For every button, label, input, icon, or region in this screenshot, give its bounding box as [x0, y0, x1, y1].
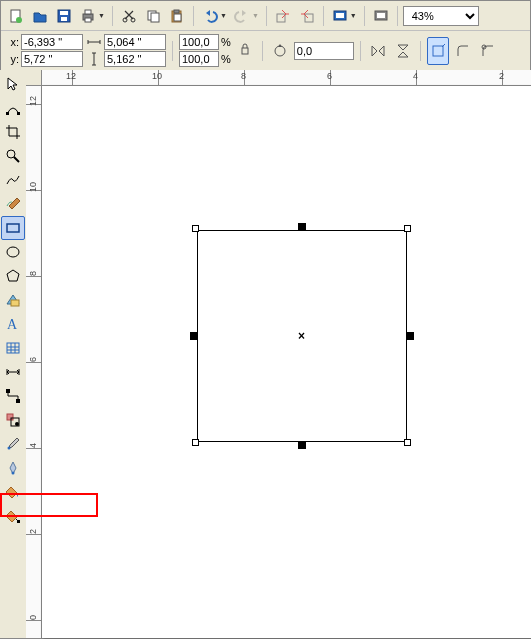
scallop-corner-button[interactable] [477, 37, 499, 65]
separator [397, 6, 398, 26]
freehand-tool[interactable] [1, 168, 25, 192]
import-button[interactable] [272, 5, 294, 27]
lock-ratio-button[interactable] [234, 37, 256, 65]
ruler-tick-label: 2 [499, 71, 504, 81]
rectangle-tool[interactable] [1, 216, 25, 240]
handle-n[interactable] [298, 223, 306, 231]
handle-nw[interactable] [192, 225, 199, 232]
svg-rect-16 [305, 14, 313, 22]
table-tool[interactable] [1, 336, 25, 360]
height-icon [86, 51, 102, 67]
object-center-marker: × [298, 329, 305, 343]
zoom-select[interactable]: 43% [403, 6, 479, 26]
svg-rect-15 [277, 14, 285, 22]
zoom-tool[interactable] [1, 144, 25, 168]
pick-tool[interactable] [1, 72, 25, 96]
percent-label: % [221, 36, 231, 48]
redo-button [231, 5, 253, 27]
scale-group: % % [179, 34, 231, 67]
shape-edit-tool[interactable] [1, 96, 25, 120]
svg-rect-20 [377, 13, 385, 18]
svg-rect-6 [85, 10, 91, 14]
handle-e[interactable] [406, 332, 414, 340]
app-launcher-dropdown-icon[interactable]: ▼ [350, 12, 359, 19]
width-icon [86, 34, 102, 50]
eyedropper-tool[interactable] [1, 432, 25, 456]
svg-rect-4 [61, 17, 67, 21]
rotation-input[interactable] [294, 42, 354, 60]
ruler-tick-label: 8 [241, 71, 246, 81]
scale-y-input[interactable] [179, 51, 219, 67]
interactive-tool[interactable] [1, 408, 25, 432]
save-button[interactable] [53, 5, 75, 27]
polygon-tool[interactable] [1, 264, 25, 288]
copy-button[interactable] [142, 5, 164, 27]
text-tool[interactable]: A [1, 312, 25, 336]
canvas-area: 12 10 8 6 4 2 12 10 8 6 4 2 0 × [26, 70, 531, 638]
width-input[interactable] [104, 34, 166, 50]
ruler-tick-label: 4 [28, 443, 38, 448]
app-launcher-button[interactable] [329, 5, 351, 27]
separator [420, 41, 421, 61]
crop-tool[interactable] [1, 120, 25, 144]
ruler-tick-label: 12 [28, 96, 38, 106]
svg-rect-21 [242, 48, 248, 54]
svg-point-38 [8, 447, 11, 450]
undo-button[interactable] [199, 5, 221, 27]
handle-se[interactable] [404, 439, 411, 446]
snap-corner-button[interactable] [427, 37, 449, 65]
ruler-tick-label: 6 [327, 71, 332, 81]
smart-drawing-tool[interactable] [1, 192, 25, 216]
handle-sw[interactable] [192, 439, 199, 446]
basic-shapes-tool[interactable] [1, 288, 25, 312]
ruler-tick-label: 12 [66, 71, 76, 81]
redo-dropdown-icon[interactable]: ▼ [252, 12, 261, 19]
x-input[interactable] [21, 34, 83, 50]
print-dropdown-icon[interactable]: ▼ [98, 12, 107, 19]
svg-rect-18 [336, 13, 344, 18]
undo-dropdown-icon[interactable]: ▼ [220, 12, 229, 19]
ellipse-tool[interactable] [1, 240, 25, 264]
separator [112, 6, 113, 26]
y-input[interactable] [21, 51, 83, 67]
svg-rect-23 [433, 46, 443, 56]
separator [262, 41, 263, 61]
handle-s[interactable] [298, 441, 306, 449]
open-button[interactable] [29, 5, 51, 27]
position-group: x: y: [5, 34, 83, 67]
handle-ne[interactable] [404, 225, 411, 232]
paste-button[interactable] [166, 5, 188, 27]
outline-pen-tool[interactable] [1, 456, 25, 480]
percent-label: % [221, 53, 231, 65]
x-label: x: [5, 36, 19, 48]
svg-point-29 [7, 247, 19, 257]
scale-x-input[interactable] [179, 34, 219, 50]
ruler-tick-label: 10 [28, 182, 38, 192]
mirror-h-button[interactable] [367, 37, 389, 65]
new-button[interactable] [5, 5, 27, 27]
cut-button[interactable] [118, 5, 140, 27]
svg-rect-32 [7, 343, 19, 353]
ruler-horizontal[interactable]: 12 10 8 6 4 2 [42, 70, 531, 86]
drawing-page[interactable]: × [42, 86, 531, 638]
y-label: y: [5, 53, 19, 65]
mirror-v-button[interactable] [392, 37, 414, 65]
ruler-tick-label: 0 [28, 615, 38, 620]
handle-w[interactable] [190, 332, 198, 340]
separator [172, 41, 173, 61]
print-button[interactable] [77, 5, 99, 27]
ruler-vertical[interactable]: 12 10 8 6 4 2 0 [26, 86, 42, 638]
svg-rect-28 [7, 224, 19, 232]
top-toolbar: ▼ ▼ ▼ ▼ 43% [1, 1, 530, 31]
export-button[interactable] [296, 5, 318, 27]
round-corner-button[interactable] [452, 37, 474, 65]
connector-tool[interactable] [1, 384, 25, 408]
ruler-tick-label: 2 [28, 529, 38, 534]
height-input[interactable] [104, 51, 166, 67]
svg-rect-3 [60, 11, 68, 15]
rotation-icon [269, 37, 291, 65]
dimension-tool[interactable] [1, 360, 25, 384]
svg-point-22 [275, 46, 285, 56]
welcome-screen-button[interactable] [370, 5, 392, 27]
ruler-corner[interactable] [26, 70, 42, 86]
